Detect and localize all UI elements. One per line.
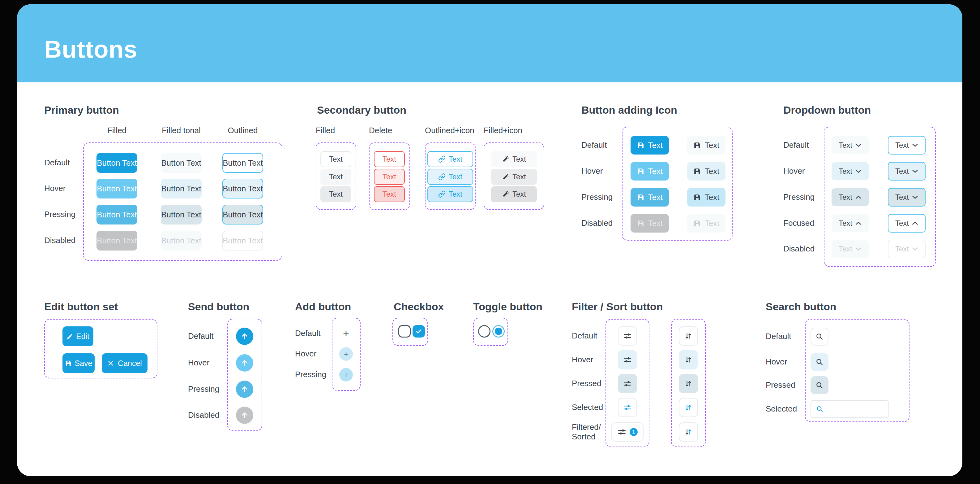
filter-row-hover: Hover — [572, 355, 593, 364]
filter-row-selected: Selected — [572, 403, 603, 412]
button-label: Text — [705, 141, 720, 150]
arrow-up-icon — [240, 411, 249, 419]
primary-filled-default-button[interactable]: Button Text — [97, 153, 137, 173]
checkbox-unchecked[interactable] — [398, 325, 410, 337]
button-label: Text — [512, 190, 526, 198]
chevron-down-icon — [855, 144, 862, 147]
filtered-label-line1: Filtered/ — [572, 422, 601, 432]
filter-row-pressed: Pressed — [572, 379, 601, 388]
icon-filled-pressing-button[interactable]: Text — [630, 188, 669, 206]
button-label: Text — [648, 141, 663, 150]
delete-hover-button[interactable]: Text — [374, 169, 405, 185]
filter-filtered-button[interactable]: 1 — [611, 422, 644, 442]
outlined-icon-default-button[interactable]: Text — [427, 151, 473, 167]
add-hover-button[interactable]: + — [339, 347, 353, 361]
primary-outlined-pressing-button[interactable]: Button Text — [222, 205, 263, 225]
dropdown-tonal-hover-button[interactable]: Text — [832, 162, 869, 180]
secondary-filled-hover-button[interactable]: Text — [320, 169, 351, 185]
outlined-icon-pressing-button[interactable]: Text — [427, 186, 473, 202]
search-selected-input[interactable] — [811, 400, 889, 418]
sort-pressed-button[interactable] — [679, 374, 698, 393]
dropdown-outlined-hover-button[interactable]: Text — [888, 162, 926, 181]
send-default-button[interactable] — [236, 327, 253, 345]
save-icon — [637, 168, 644, 175]
checkbox-checked[interactable] — [412, 325, 425, 337]
primary-outlined-disabled-button: Button Text — [222, 231, 263, 251]
chevron-up-icon — [855, 221, 862, 225]
sort-default-button[interactable] — [679, 326, 698, 346]
edit-button[interactable]: Edit — [62, 326, 93, 346]
add-row-hover: Hover — [295, 349, 317, 359]
icon-tonal-default-button[interactable]: Text — [687, 136, 725, 155]
dropdown-outlined-focused-button[interactable]: Text — [888, 214, 926, 233]
secondary-section-title: Secondary button — [317, 104, 406, 116]
primary-row-disabled: Disabled — [44, 236, 75, 245]
primary-filled-pressing-button[interactable]: Button Text — [97, 205, 137, 225]
filled-icon-pressing-button[interactable]: Text — [491, 186, 537, 202]
primary-outlined-hover-button[interactable]: Button Text — [222, 179, 263, 198]
filter-row-filtered-sorted: Filtered/ Sorted — [572, 422, 601, 442]
button-label: Text — [895, 167, 909, 176]
secondary-filled-default-button[interactable]: Text — [320, 151, 351, 167]
dropdown-tonal-focused-button[interactable]: Text — [832, 214, 869, 232]
secondary-filled-pressing-button[interactable]: Text — [320, 186, 351, 202]
primary-row-hover: Hover — [44, 184, 65, 193]
primary-filled-hover-button[interactable]: Button Text — [97, 179, 137, 198]
filter-default-button[interactable] — [618, 326, 637, 346]
toggle-off[interactable] — [478, 325, 490, 337]
filled-icon-default-button[interactable]: Text — [491, 151, 537, 167]
add-row-default: Default — [295, 329, 320, 338]
sort-arrows-icon — [684, 403, 693, 412]
sort-hover-button[interactable] — [679, 350, 698, 369]
search-pressed-button[interactable] — [811, 376, 829, 394]
primary-col-filled: Filled — [86, 126, 148, 135]
cancel-button[interactable]: Cancel — [102, 353, 148, 373]
icon-tonal-pressing-button[interactable]: Text — [687, 188, 725, 206]
dropdown-outlined-pressing-button[interactable]: Text — [888, 188, 926, 206]
primary-outlined-default-button[interactable]: Button Text — [222, 153, 263, 173]
search-hover-button[interactable] — [811, 353, 829, 371]
toggle-on-dot — [495, 327, 502, 335]
search-row-hover: Hover — [766, 357, 787, 367]
send-hover-button[interactable] — [236, 354, 253, 372]
icon-filled-default-button[interactable]: Text — [630, 136, 669, 155]
dropdown-outlined-default-button[interactable]: Text — [888, 136, 926, 155]
primary-tonal-hover-button[interactable]: Button Text — [161, 179, 202, 198]
button-label: Text — [512, 173, 526, 181]
outlined-icon-hover-button[interactable]: Text — [427, 169, 473, 185]
filter-selected-button[interactable] — [618, 398, 637, 417]
checkmark-icon — [415, 327, 422, 335]
save-icon — [65, 360, 72, 367]
sort-sorted-button[interactable] — [679, 422, 698, 442]
delete-default-button[interactable]: Text — [374, 151, 405, 167]
sort-arrows-icon — [684, 379, 693, 388]
dropdown-tonal-pressing-button[interactable]: Text — [832, 188, 869, 206]
add-pressing-button[interactable]: + — [339, 368, 353, 382]
adding-icon-section-title: Button adding Icon — [581, 104, 677, 116]
filtered-label-line2: Sorted — [572, 432, 601, 442]
save-button[interactable]: Save — [62, 353, 95, 373]
adding-icon-row-pressing: Pressing — [581, 192, 612, 202]
primary-tonal-disabled-button: Button Text — [161, 231, 202, 251]
search-default-button[interactable] — [811, 327, 829, 346]
filter-hover-button[interactable] — [618, 350, 637, 369]
filled-icon-hover-button[interactable]: Text — [491, 169, 537, 185]
send-pressing-button[interactable] — [236, 380, 253, 398]
filter-pressed-button[interactable] — [618, 374, 637, 393]
icon-filled-hover-button[interactable]: Text — [630, 162, 669, 181]
primary-tonal-pressing-button[interactable]: Button Text — [161, 205, 202, 225]
toggle-on[interactable] — [492, 325, 505, 337]
dropdown-tonal-default-button[interactable]: Text — [832, 136, 869, 154]
add-default-button[interactable]: + — [339, 327, 353, 340]
send-section-title: Send button — [188, 301, 249, 313]
send-row-default: Default — [188, 331, 213, 341]
primary-tonal-default-button[interactable]: Button Text — [161, 153, 202, 173]
chevron-down-icon — [912, 169, 918, 173]
icon-tonal-hover-button[interactable]: Text — [687, 162, 725, 181]
button-label: Text — [705, 166, 720, 176]
save-icon — [693, 168, 701, 175]
primary-filled-disabled-button: Button Text — [97, 231, 137, 251]
delete-pressing-button[interactable]: Text — [374, 186, 405, 202]
sort-selected-button[interactable] — [679, 398, 698, 417]
save-icon — [637, 220, 644, 227]
